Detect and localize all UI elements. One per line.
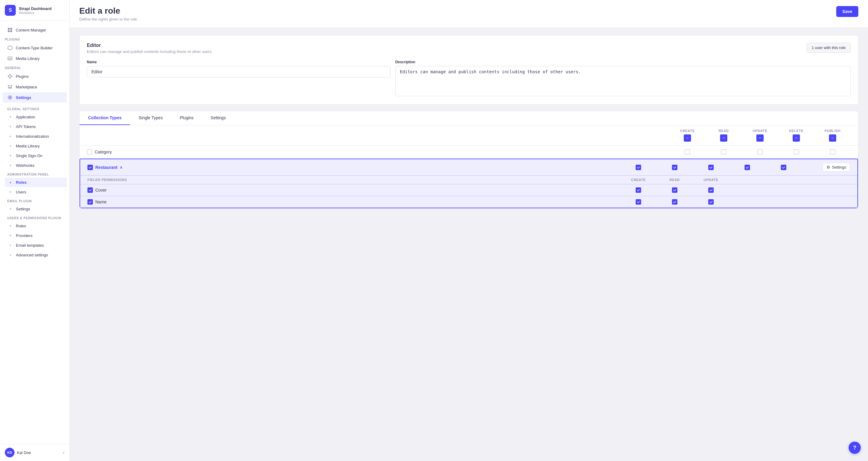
table-header: CREATE − READ − UPDATE − DELETE − PUBLIS…: [80, 125, 858, 146]
main-content: Edit a role Define the rights given to t…: [70, 0, 868, 461]
restaurant-settings-button[interactable]: ⚙ Settings: [823, 163, 850, 172]
users-permissions-item-0[interactable]: •Roles: [5, 221, 67, 231]
sidebar-footer: KD Kai Doe ‹: [0, 444, 69, 461]
content-type-builder-icon: [7, 45, 13, 51]
plugins-icon: [7, 74, 13, 79]
category-name: Category: [95, 149, 112, 154]
avatar: KD: [5, 448, 14, 457]
global-settings-item-2[interactable]: •Internationalization: [5, 132, 67, 141]
svg-point-6: [10, 88, 11, 89]
svg-rect-3: [10, 30, 12, 32]
role-card: Editor Editors can manage and publish co…: [79, 35, 858, 105]
fields-col-update: UPDATE: [693, 178, 729, 182]
restaurant-row: Restaurant ∧: [80, 159, 858, 176]
permissions-card: Collection Types Single Types Plugins Se…: [79, 111, 858, 208]
name-select-checkbox[interactable]: [87, 199, 93, 205]
page-subtitle: Define the rights given to the role: [79, 17, 137, 22]
global-settings-item-1[interactable]: •API Tokens: [5, 122, 67, 132]
category-publish-checkbox[interactable]: [830, 149, 835, 155]
content-manager-label: Content Manager: [16, 28, 46, 32]
restaurant-update-checkbox[interactable]: [708, 165, 714, 170]
sidebar-item-content-type-builder[interactable]: Content-Type Builder: [2, 43, 67, 53]
sidebar-item-media-library[interactable]: Media Library: [2, 53, 67, 63]
help-button[interactable]: ?: [849, 442, 861, 454]
global-settings-item-3[interactable]: •Media Library: [5, 141, 67, 151]
name-create-checkbox[interactable]: [636, 199, 641, 205]
email-plugin-item-0[interactable]: •Settings: [5, 204, 67, 214]
tab-single-types[interactable]: Single Types: [130, 111, 171, 125]
restaurant-publish-checkbox[interactable]: [781, 165, 786, 170]
col-header-delete: DELETE −: [778, 129, 814, 142]
sidebar-item-plugins[interactable]: Plugins: [2, 71, 67, 81]
name-update-checkbox[interactable]: [708, 199, 714, 205]
tab-plugins[interactable]: Plugins: [171, 111, 202, 125]
cover-update-checkbox[interactable]: [708, 188, 714, 193]
admin-panel-item-1[interactable]: •Users: [5, 188, 67, 197]
global-settings-item-4[interactable]: •Single Sign-On: [5, 151, 67, 161]
sidebar-item-settings[interactable]: Settings: [2, 92, 67, 103]
page-title: Edit a role: [79, 6, 137, 16]
name-read-checkbox[interactable]: [672, 199, 677, 205]
fields-header: FIELDS PERMISSIONS CREATE READ UPDATE: [80, 176, 858, 184]
tab-collection-types[interactable]: Collection Types: [80, 111, 130, 125]
restaurant-select-checkbox[interactable]: [87, 165, 93, 170]
read-toggle-all[interactable]: −: [720, 135, 727, 142]
sidebar-nav: Content Manager PLUGINS Content-Type Bui…: [0, 21, 69, 444]
role-description-input[interactable]: Editors can manage and publish contents …: [396, 66, 851, 96]
permissions-tabs: Collection Types Single Types Plugins Se…: [80, 111, 858, 125]
plugins-section-label: PLUGINS: [0, 35, 69, 42]
create-toggle-all[interactable]: −: [684, 135, 691, 142]
fields-col-create: CREATE: [620, 178, 656, 182]
publish-toggle-all[interactable]: −: [829, 135, 836, 142]
category-update-checkbox[interactable]: [757, 149, 763, 155]
main-body: Editor Editors can manage and publish co…: [70, 28, 868, 461]
sidebar: S Strapi Dashboard Workplace Content Man…: [0, 0, 70, 461]
fields-label: FIELDS PERMISSIONS: [87, 178, 620, 182]
cover-select-checkbox[interactable]: [87, 188, 93, 193]
description-label: Description: [396, 60, 851, 64]
svg-rect-2: [8, 30, 10, 32]
restaurant-delete-checkbox[interactable]: [745, 165, 750, 170]
users-permissions-label: USERS & PERMISSIONS PLUGIN: [2, 214, 69, 221]
field-row-name: Name: [80, 196, 858, 208]
users-permissions-item-1[interactable]: •Providers: [5, 231, 67, 240]
sidebar-item-marketplace[interactable]: Marketplace: [2, 82, 67, 92]
restaurant-create-checkbox[interactable]: [636, 165, 641, 170]
role-name-input[interactable]: [87, 66, 391, 78]
global-settings-item-0[interactable]: •Application: [5, 112, 67, 122]
restaurant-read-checkbox[interactable]: [672, 165, 677, 170]
restaurant-section: Restaurant ∧: [80, 159, 858, 208]
page-header: Edit a role Define the rights given to t…: [70, 0, 868, 28]
admin-panel-item-0[interactable]: •Roles: [5, 178, 67, 187]
update-toggle-all[interactable]: −: [756, 135, 764, 142]
app-workspace: Workplace: [19, 11, 52, 15]
users-permissions-item-3[interactable]: •Advanced settings: [5, 250, 67, 260]
gear-icon: ⚙: [827, 165, 830, 170]
content-type-builder-label: Content-Type Builder: [16, 46, 53, 50]
category-create-checkbox[interactable]: [685, 149, 690, 155]
col-header-read: READ −: [706, 129, 742, 142]
global-settings-label: GLOBAL SETTINGS: [2, 105, 69, 112]
save-button[interactable]: Save: [836, 6, 858, 17]
cover-create-checkbox[interactable]: [636, 188, 641, 193]
restaurant-name-toggle[interactable]: Restaurant ∧: [87, 165, 620, 170]
tab-settings[interactable]: Settings: [202, 111, 235, 125]
media-library-label: Media Library: [16, 56, 40, 61]
sidebar-item-content-manager[interactable]: Content Manager: [2, 25, 67, 35]
media-library-icon: [7, 56, 13, 61]
user-profile: KD Kai Doe: [5, 448, 31, 457]
category-read-checkbox[interactable]: [721, 149, 726, 155]
category-select-checkbox[interactable]: [87, 149, 92, 155]
delete-toggle-all[interactable]: −: [793, 135, 800, 142]
app-name: Strapi Dashboard: [19, 6, 52, 11]
users-permissions-item-2[interactable]: •Email templates: [5, 241, 67, 250]
category-delete-checkbox[interactable]: [794, 149, 799, 155]
svg-point-5: [9, 88, 10, 89]
sidebar-header: S Strapi Dashboard Workplace: [0, 0, 69, 21]
username: Kai Doe: [17, 451, 31, 455]
cover-read-checkbox[interactable]: [672, 188, 677, 193]
collapse-sidebar-button[interactable]: ‹: [63, 450, 64, 455]
marketplace-label: Marketplace: [16, 85, 37, 89]
col-header-create: CREATE −: [669, 129, 706, 142]
global-settings-item-5[interactable]: •Webhooks: [5, 161, 67, 170]
